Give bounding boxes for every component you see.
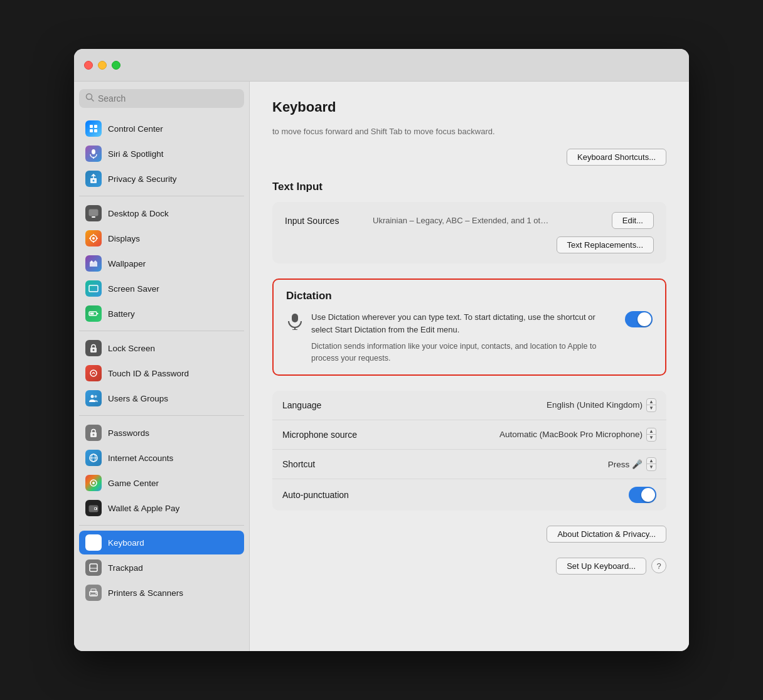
sidebar-item-lockscreen[interactable]: Lock Screen xyxy=(79,336,244,360)
screensaver-icon xyxy=(85,280,102,297)
wallpaper-icon xyxy=(85,255,102,272)
svg-rect-2 xyxy=(90,125,93,128)
text-replacements-button[interactable]: Text Replacements... xyxy=(557,236,654,253)
shortcut-stepper[interactable]: ▲ ▼ xyxy=(646,457,656,471)
sidebar-label-gamecenter: Game Center xyxy=(108,479,159,488)
language-row: Language English (United Kingdom) ▲ ▼ xyxy=(272,391,666,420)
microphone-stepper[interactable]: ▲ ▼ xyxy=(646,428,656,442)
search-bar[interactable] xyxy=(79,89,244,108)
sidebar-label-internet: Internet Accounts xyxy=(108,453,173,463)
titlebar xyxy=(74,49,689,82)
keyboard-shortcuts-button[interactable]: Keyboard Shortcuts... xyxy=(567,149,666,166)
sidebar-item-control-center[interactable]: Control Center xyxy=(79,117,244,141)
microphone-label: Microphone source xyxy=(282,430,408,440)
microphone-value: Automatic (MacBook Pro Microphone) xyxy=(499,430,643,439)
touchid-icon xyxy=(85,365,102,381)
language-value: English (United Kingdom) xyxy=(547,400,643,410)
sidebar-label-passwords: Passwords xyxy=(108,428,149,438)
svg-rect-11 xyxy=(92,216,95,218)
input-sources-label: Input Sources xyxy=(285,216,373,226)
desktop-icon xyxy=(85,205,102,221)
sidebar-item-siri[interactable]: Siri & Spotlight xyxy=(79,142,244,166)
svg-line-1 xyxy=(92,99,94,102)
microphone-stepper-down[interactable]: ▼ xyxy=(647,435,656,441)
sidebar-item-trackpad[interactable]: Trackpad xyxy=(79,556,244,580)
setup-keyboard-button[interactable]: Set Up Keyboard... xyxy=(556,558,646,575)
dictation-row: Use Dictation wherever you can type text… xyxy=(286,311,653,364)
sidebar-item-battery[interactable]: Battery xyxy=(79,302,244,326)
edit-button[interactable]: Edit... xyxy=(612,212,654,229)
auto-punctuation-toggle[interactable] xyxy=(629,487,656,503)
auto-punctuation-value-wrapper xyxy=(408,487,656,503)
wallet-icon xyxy=(85,500,102,516)
svg-rect-43 xyxy=(90,564,97,571)
sidebar-label-desktop: Desktop & Dock xyxy=(108,209,169,218)
language-stepper-down[interactable]: ▼ xyxy=(647,405,656,411)
about-dictation-button[interactable]: About Dictation & Privacy... xyxy=(547,526,666,543)
separator-3 xyxy=(79,415,244,416)
sidebar-item-keyboard[interactable]: Keyboard xyxy=(79,531,244,554)
auto-punctuation-toggle-knob xyxy=(641,488,655,502)
svg-point-24 xyxy=(93,349,95,351)
language-stepper[interactable]: ▲ ▼ xyxy=(646,398,656,412)
dictation-section: Dictation Use Dictation wherever you can… xyxy=(272,278,666,376)
sidebar-item-wallpaper[interactable]: Wallpaper xyxy=(79,252,244,275)
users-icon xyxy=(85,390,102,406)
dictation-text-block: Use Dictation wherever you can type text… xyxy=(311,311,617,364)
battery-icon xyxy=(85,305,102,322)
scroll-hint: to move focus forward and Shift Tab to m… xyxy=(272,127,666,136)
microphone-stepper-up[interactable]: ▲ xyxy=(647,428,656,435)
shortcut-stepper-up[interactable]: ▲ xyxy=(647,458,656,465)
privacy-icon xyxy=(85,171,102,187)
close-button[interactable] xyxy=(84,61,93,70)
siri-icon xyxy=(85,146,102,162)
language-stepper-up[interactable]: ▲ xyxy=(647,399,656,406)
sidebar-item-printers[interactable]: Printers & Scanners xyxy=(79,581,244,605)
svg-point-18 xyxy=(91,262,93,263)
svg-rect-3 xyxy=(94,125,97,128)
sidebar-item-internet[interactable]: Internet Accounts xyxy=(79,446,244,470)
shortcut-value-wrapper: Press 🎤 ▲ ▼ xyxy=(408,457,656,471)
dictation-toggle-knob xyxy=(638,312,651,326)
sidebar-label-printers: Printers & Scanners xyxy=(108,588,183,598)
input-sources-row: Input Sources Ukrainian – Legacy, ABC – … xyxy=(285,212,654,229)
sidebar-item-wallet[interactable]: Wallet & Apple Pay xyxy=(79,496,244,520)
displays-icon xyxy=(85,230,102,247)
svg-rect-5 xyxy=(94,129,97,132)
sidebar-label-privacy: Privacy & Security xyxy=(108,174,177,184)
svg-rect-40 xyxy=(93,542,94,543)
shortcut-stepper-down[interactable]: ▼ xyxy=(647,464,656,470)
microphone-value-wrapper: Automatic (MacBook Pro Microphone) ▲ ▼ xyxy=(408,428,656,442)
sidebar-item-screensaver[interactable]: Screen Saver xyxy=(79,277,244,300)
svg-point-29 xyxy=(93,434,95,436)
sidebar-label-lockscreen: Lock Screen xyxy=(108,344,155,353)
sidebar-item-passwords[interactable]: Passwords xyxy=(79,421,244,445)
minimize-button[interactable] xyxy=(98,61,107,70)
sidebar-item-desktop[interactable]: Desktop & Dock xyxy=(79,201,244,225)
printers-icon xyxy=(85,585,102,601)
sidebar: Control Center Siri & Spotlight xyxy=(74,82,250,651)
internet-icon xyxy=(85,450,102,466)
bottom-buttons: Set Up Keyboard... ? xyxy=(272,558,666,575)
sidebar-item-users[interactable]: Users & Groups xyxy=(79,386,244,410)
dictation-toggle[interactable] xyxy=(625,311,653,327)
help-button[interactable]: ? xyxy=(651,558,666,573)
language-label: Language xyxy=(282,400,408,410)
svg-rect-10 xyxy=(89,209,98,216)
sidebar-item-privacy[interactable]: Privacy & Security xyxy=(79,167,244,191)
maximize-button[interactable] xyxy=(112,61,120,70)
sidebar-item-touchid[interactable]: Touch ID & Password xyxy=(79,361,244,385)
microphone-icon xyxy=(286,312,304,330)
about-dictation-row: About Dictation & Privacy... xyxy=(272,526,666,543)
search-input[interactable] xyxy=(98,93,238,103)
sidebar-item-displays[interactable]: Displays xyxy=(79,226,244,250)
passwords-icon xyxy=(85,425,102,441)
control-center-icon xyxy=(85,120,102,137)
text-input-title: Text Input xyxy=(272,181,666,193)
svg-rect-42 xyxy=(92,543,95,544)
svg-rect-4 xyxy=(90,129,93,132)
svg-rect-41 xyxy=(95,542,96,543)
sidebar-label-users: Users & Groups xyxy=(108,394,168,403)
sidebar-item-gamecenter[interactable]: Game Center xyxy=(79,471,244,495)
svg-rect-21 xyxy=(97,313,99,314)
